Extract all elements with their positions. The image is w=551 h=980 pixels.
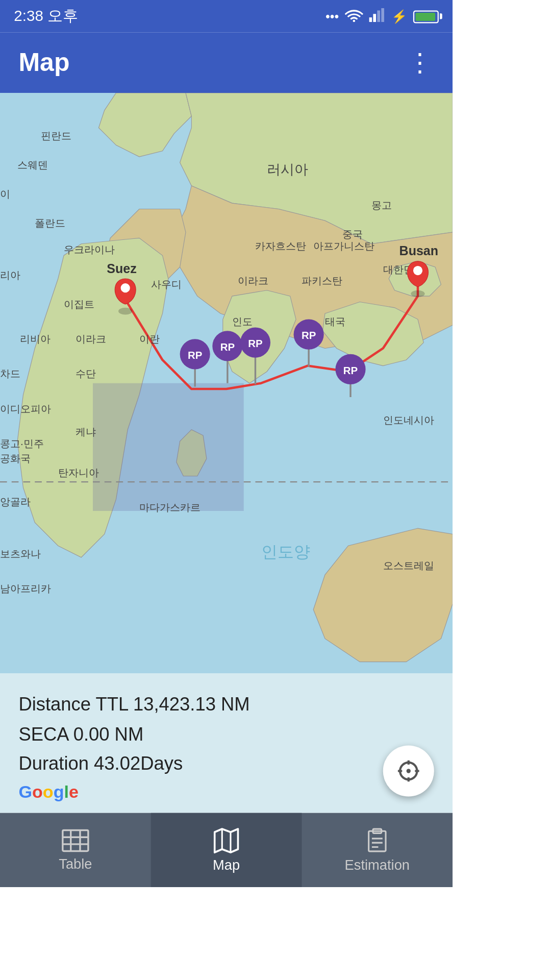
svg-rect-80 — [63, 829, 88, 850]
svg-rect-16 — [93, 383, 244, 511]
svg-rect-4 — [381, 8, 384, 22]
svg-text:몽고: 몽고 — [371, 199, 392, 211]
svg-text:파키스탄: 파키스탄 — [302, 275, 342, 286]
svg-text:이디오피아: 이디오피아 — [0, 403, 51, 414]
svg-marker-85 — [215, 828, 238, 852]
bottom-nav: Table Map Estimation — [0, 813, 453, 887]
svg-text:RP: RP — [188, 349, 202, 361]
clipboard-icon — [366, 827, 389, 853]
status-bar: 2:38 오후 ••• ⚡ — [0, 0, 453, 33]
duration-label: Duration — [18, 754, 89, 774]
svg-text:폴란드: 폴란드 — [35, 217, 65, 229]
svg-text:핀란드: 핀란드 — [41, 130, 71, 141]
duration-info: Duration 43.02Days — [18, 749, 434, 779]
menu-button[interactable]: ⋮ — [407, 47, 434, 78]
bolt-icon: ⚡ — [391, 9, 408, 24]
google-logo: Google — [18, 781, 79, 801]
svg-text:마다가스카르: 마다가스카르 — [139, 501, 201, 513]
svg-text:인도양: 인도양 — [261, 543, 310, 561]
svg-point-53 — [118, 308, 132, 315]
battery-icon — [413, 10, 439, 22]
svg-text:콩고·민주: 콩고·민주 — [0, 437, 44, 449]
svg-text:이라크: 이라크 — [76, 333, 106, 345]
distance-info: Distance TTL 13,423.13 NM — [18, 690, 434, 719]
svg-text:차드: 차드 — [0, 368, 20, 379]
svg-text:탄자니아: 탄자니아 — [58, 467, 99, 478]
distance-value: 13,423.13 NM — [133, 694, 250, 714]
svg-text:카자흐스탄: 카자흐스탄 — [255, 240, 306, 252]
svg-rect-88 — [369, 830, 386, 851]
svg-text:RP: RP — [343, 364, 358, 376]
signal-icon — [369, 8, 385, 24]
svg-text:태국: 태국 — [325, 315, 345, 327]
svg-text:앙골라: 앙골라 — [0, 496, 31, 507]
svg-text:이: 이 — [0, 188, 10, 200]
nav-item-table[interactable]: Table — [0, 813, 151, 887]
svg-text:RP: RP — [248, 337, 262, 349]
svg-text:스웨덴: 스웨덴 — [17, 159, 48, 170]
seca-value: 0.00 NM — [73, 724, 144, 744]
dots-icon: ••• — [325, 9, 339, 23]
nav-item-map[interactable]: Map — [151, 813, 302, 887]
svg-text:공화국: 공화국 — [0, 452, 31, 464]
status-icons: ••• ⚡ — [325, 8, 439, 24]
app-title: Map — [18, 47, 69, 78]
location-button[interactable] — [383, 745, 434, 796]
svg-text:이란: 이란 — [139, 333, 160, 345]
info-panel: Distance TTL 13,423.13 NM SECA 0.00 NM D… — [0, 673, 453, 813]
location-icon — [396, 758, 421, 783]
map-view[interactable]: 핀란드 스웨덴 이 폴란드 우크라이나 리아 이집트 리비아 이라크 이란 차드… — [0, 93, 453, 673]
svg-text:Busan: Busan — [399, 243, 438, 258]
svg-text:남아프리카: 남아프리카 — [0, 582, 51, 594]
svg-rect-2 — [373, 14, 376, 22]
svg-point-57 — [413, 266, 422, 275]
svg-text:리아: 리아 — [0, 269, 20, 281]
svg-text:러시아: 러시아 — [267, 161, 308, 177]
svg-point-56 — [411, 290, 424, 298]
svg-text:보츠와나: 보츠와나 — [0, 548, 41, 559]
svg-rect-1 — [369, 17, 372, 22]
nav-label-estimation: Estimation — [345, 856, 410, 873]
svg-text:사우디: 사우디 — [151, 278, 182, 290]
svg-point-75 — [407, 769, 411, 773]
svg-text:이집트: 이집트 — [64, 298, 94, 310]
svg-text:인도: 인도 — [232, 315, 253, 327]
map-svg: 핀란드 스웨덴 이 폴란드 우크라이나 리아 이집트 리비아 이라크 이란 차드… — [0, 93, 453, 673]
svg-text:수단: 수단 — [76, 368, 96, 379]
svg-text:우크라이나: 우크라이나 — [64, 243, 115, 255]
svg-text:인도네시아: 인도네시아 — [383, 414, 434, 426]
svg-text:RP: RP — [302, 329, 316, 341]
app-bar: Map ⋮ — [0, 33, 453, 93]
seca-info: SECA 0.00 NM — [18, 720, 434, 749]
svg-text:리비아: 리비아 — [20, 333, 51, 345]
svg-text:아프가니스탄: 아프가니스탄 — [313, 240, 374, 252]
svg-text:중국: 중국 — [342, 228, 363, 240]
nav-label-map: Map — [213, 856, 240, 873]
nav-item-estimation[interactable]: Estimation — [302, 813, 453, 887]
duration-value: 43.02Days — [94, 754, 183, 774]
status-time: 2:38 오후 — [14, 6, 78, 27]
svg-text:이라크: 이라크 — [238, 275, 268, 286]
svg-text:케냐: 케냐 — [76, 426, 96, 437]
svg-point-54 — [121, 283, 130, 292]
svg-text:RP: RP — [220, 341, 235, 353]
wifi-icon — [345, 8, 363, 24]
distance-label: Distance TTL — [18, 694, 128, 714]
seca-label: SECA — [18, 724, 68, 744]
svg-text:오스트레일: 오스트레일 — [383, 559, 434, 571]
map-icon — [214, 827, 239, 853]
svg-text:Suez: Suez — [107, 261, 136, 276]
svg-point-0 — [353, 20, 356, 22]
nav-label-table: Table — [59, 855, 92, 871]
table-icon — [62, 828, 90, 851]
svg-rect-3 — [377, 10, 380, 22]
